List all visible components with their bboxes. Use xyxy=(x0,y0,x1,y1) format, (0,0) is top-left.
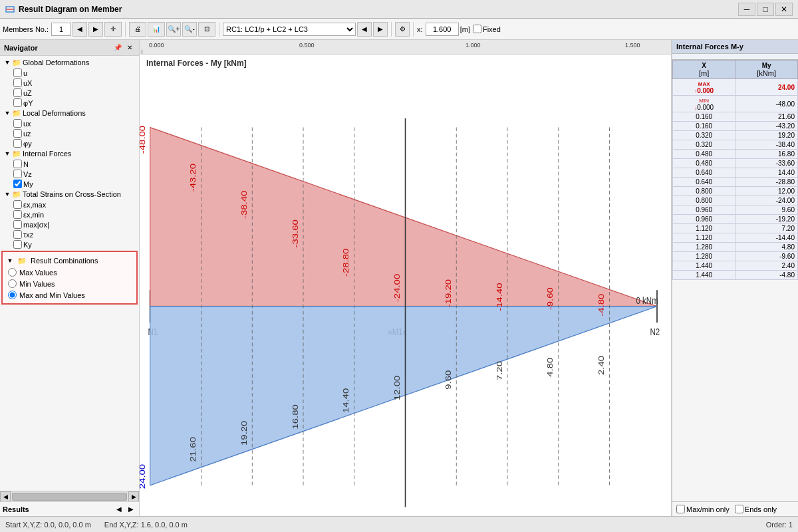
cb-phiy[interactable] xyxy=(13,98,22,107)
cell-x: 1.440 xyxy=(673,271,735,280)
max-min-only-checkbox[interactable] xyxy=(676,505,685,513)
tree-internal-forces[interactable]: ▼ 📁 Internal Forces xyxy=(0,148,139,159)
rc-min-radio[interactable] xyxy=(8,279,17,288)
tree-phiy[interactable]: φY xyxy=(0,98,139,108)
tree-ex-min[interactable]: εx,min xyxy=(0,209,139,219)
tree-result-combinations[interactable]: ▼ 📁 Result Combinations xyxy=(5,255,134,267)
tree-uz[interactable]: uZ xyxy=(0,88,139,98)
rc-max-label: Max Values xyxy=(19,269,57,277)
rc-max-min-values-option[interactable]: Max and Min Values xyxy=(5,289,134,301)
folder-internal-icon: 📁 xyxy=(12,149,21,158)
cb-max-sx[interactable] xyxy=(13,220,22,229)
status-end: End X,Y,Z: 1.6, 0.0, 0.0 m xyxy=(104,521,188,529)
tree-uz-local[interactable]: uz xyxy=(0,128,139,138)
svg-text:7.20: 7.20 xyxy=(495,361,503,380)
next-member-btn[interactable]: ▶ xyxy=(88,22,103,37)
tree-total-strains[interactable]: ▼ 📁 Total Strains on Cross-Section xyxy=(0,189,139,200)
tree-N[interactable]: N xyxy=(0,159,139,169)
expand-internal-forces[interactable]: ▼ xyxy=(3,149,12,158)
close-button[interactable]: ✕ xyxy=(775,3,793,16)
minimize-button[interactable]: ─ xyxy=(738,3,755,16)
sep2 xyxy=(219,22,219,37)
cell-x: 0.320 xyxy=(673,140,735,150)
tree-ex-max[interactable]: εx,max xyxy=(0,200,139,209)
tree-My[interactable]: My xyxy=(0,179,139,189)
cb-phiy-local[interactable] xyxy=(13,139,22,148)
ends-only-check[interactable]: Ends only xyxy=(735,505,777,513)
member-input[interactable] xyxy=(51,23,71,36)
excel-btn[interactable]: 📊 xyxy=(148,22,165,37)
load-combo[interactable]: RC1: LC1/p + LC2 + LC3 xyxy=(223,23,356,36)
rp-table-header: X[m] My[kNm] xyxy=(673,61,798,79)
tree-max-sx[interactable]: max|σx| xyxy=(0,219,139,229)
cb-Ky[interactable] xyxy=(13,240,22,249)
nav-close-btn[interactable]: ✕ xyxy=(124,43,135,53)
tree-ux-local[interactable]: ux xyxy=(0,118,139,128)
fixed-check[interactable]: Fixed xyxy=(473,25,501,33)
expand-global-deformations[interactable]: ▼ xyxy=(3,58,12,67)
max-min-only-check[interactable]: Max/min only xyxy=(676,505,730,513)
zoom-out-btn[interactable]: 🔍- xyxy=(182,22,197,37)
maximize-button[interactable]: □ xyxy=(757,3,774,16)
cell-my: 12.00 xyxy=(735,187,798,196)
cb-u[interactable] xyxy=(13,68,22,77)
ruler-label-0500: 0.500 xyxy=(299,42,315,49)
expand-result-combinations[interactable]: ▼ xyxy=(5,256,15,265)
tree-local-deformations[interactable]: ▼ 📁 Local Deformations xyxy=(0,108,139,118)
tree-txz[interactable]: τxz xyxy=(0,229,139,239)
rc-maxmin-radio[interactable] xyxy=(8,291,17,299)
cb-Vz[interactable] xyxy=(13,170,22,178)
results-tab-label[interactable]: Results xyxy=(3,505,29,513)
nav-scroll-thumb[interactable] xyxy=(12,493,127,501)
nav-scroll-right[interactable]: ▶ xyxy=(128,491,139,502)
zoom-in-btn[interactable]: 🔍+ xyxy=(166,22,181,37)
tree-phiy-local[interactable]: φy xyxy=(0,138,139,148)
print-btn[interactable]: 🖨 xyxy=(129,22,146,37)
fixed-checkbox[interactable] xyxy=(473,25,481,33)
nav-pin-btn[interactable]: 📌 xyxy=(112,43,123,53)
prev-load-btn[interactable]: ◀ xyxy=(357,22,372,37)
tree-Ky[interactable]: Ky xyxy=(0,239,139,249)
expand-local-deformations[interactable]: ▼ xyxy=(3,108,12,118)
rc-max-values-option[interactable]: Max Values xyxy=(5,267,134,278)
expand-total-strains[interactable]: ▼ xyxy=(3,190,12,199)
next-load-btn[interactable]: ▶ xyxy=(373,22,388,37)
cb-ex-min[interactable] xyxy=(13,210,22,219)
cb-N[interactable] xyxy=(13,160,22,168)
prev-member-btn[interactable]: ◀ xyxy=(72,22,87,37)
ruler-label-0: 0.000 xyxy=(149,42,164,49)
rp-scroll[interactable]: X[m] My[kNm] MAX↑0.00024.00MIN↓0.000-48.… xyxy=(672,60,798,501)
tree-Vz[interactable]: Vz xyxy=(0,169,139,179)
tree-ux[interactable]: uX xyxy=(0,78,139,88)
cb-My[interactable] xyxy=(13,180,22,188)
folder-strains-icon: 📁 xyxy=(12,190,21,199)
ends-only-checkbox[interactable] xyxy=(735,505,743,513)
col-my-header: My[kNm] xyxy=(735,61,798,79)
cb-txz[interactable] xyxy=(13,230,22,239)
nav-scrollbar[interactable]: ◀ ▶ xyxy=(0,491,139,501)
navigator-header-buttons[interactable]: 📌 ✕ xyxy=(112,43,135,53)
pick-member-btn[interactable]: ✛ xyxy=(104,22,122,37)
window-controls[interactable]: ─ □ ✕ xyxy=(738,3,793,16)
nav-bottom-btns[interactable]: ◀ ▶ xyxy=(114,504,136,515)
nav-next-btn[interactable]: ▶ xyxy=(126,504,136,515)
settings-btn[interactable]: ⚙ xyxy=(395,22,410,37)
rc-min-values-option[interactable]: Min Values xyxy=(5,278,134,289)
cb-ux-local[interactable] xyxy=(13,119,22,128)
cb-uz[interactable] xyxy=(13,88,22,97)
cb-ex-max[interactable] xyxy=(13,200,22,209)
x-input[interactable] xyxy=(426,23,459,36)
table-row: MIN↓0.000-48.00 xyxy=(673,96,798,112)
nav-prev-btn[interactable]: ◀ xyxy=(114,504,124,515)
svg-text:-19.20: -19.20 xyxy=(444,279,452,307)
table-row: 0.320-38.40 xyxy=(673,140,798,150)
nav-scroll-left[interactable]: ◀ xyxy=(0,491,11,502)
tree-global-deformations[interactable]: ▼ 📁 Global Deformations xyxy=(0,57,139,68)
fit-btn[interactable]: ⊡ xyxy=(198,22,215,37)
rc-max-radio[interactable] xyxy=(8,268,17,277)
cb-ux[interactable] xyxy=(13,78,22,87)
cb-uz-local[interactable] xyxy=(13,129,22,138)
tree-u[interactable]: u xyxy=(0,68,139,78)
chart-ruler: 0.000 0.500 1.000 1.500 1.800 m xyxy=(140,40,671,55)
table-row: 0.32019.20 xyxy=(673,131,798,140)
